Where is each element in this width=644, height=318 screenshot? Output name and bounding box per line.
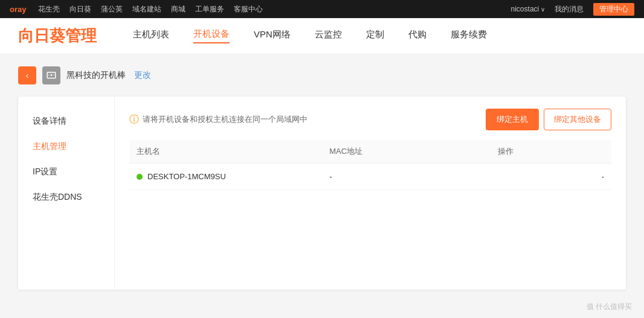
- nav-boot-device[interactable]: 开机设备: [193, 28, 230, 43]
- nav-vpn[interactable]: VPN网络: [254, 29, 291, 43]
- nav-custom[interactable]: 定制: [366, 29, 384, 43]
- top-nav-links: 花生壳 向日葵 蒲公英 域名建站 商城 工单服务 客服中心: [38, 4, 510, 14]
- svg-point-1: [51, 74, 53, 76]
- col-mac: MAC地址: [322, 140, 491, 164]
- bind-host-button[interactable]: 绑定主机: [486, 109, 539, 130]
- button-group: 绑定主机 绑定其他设备: [486, 109, 611, 130]
- svg-point-3: [48, 75, 50, 76]
- secondary-nav: 向日葵管理 主机列表 开机设备 VPN网络 云监控 定制 代购 服务续费: [0, 18, 644, 54]
- device-name: 黑科技的开机棒: [66, 70, 126, 81]
- top-nav-right: nicostaci 我的消息 管理中心: [511, 3, 634, 16]
- online-status-dot: [137, 174, 143, 180]
- top-nav-xiangrikui[interactable]: 向日葵: [69, 4, 91, 14]
- back-button[interactable]: ‹: [18, 66, 36, 84]
- brand-oray[interactable]: oray: [10, 5, 26, 14]
- breadcrumb: ‹ 黑科技的开机棒 更改: [18, 66, 626, 84]
- top-nav-workorder[interactable]: 工单服务: [195, 4, 224, 14]
- watermark: 值 什么值得买: [587, 302, 632, 312]
- top-nav-domain[interactable]: 域名建站: [132, 4, 161, 14]
- host-table: 主机名 MAC地址 操作 DESKTOP-1MCM9SU --: [129, 140, 611, 190]
- menu-ip-settings[interactable]: IP设置: [18, 159, 114, 185]
- notice-bar: ⓘ 请将开机设备和授权主机连接在同一个局域网中 绑定主机 绑定其他设备: [129, 109, 611, 130]
- watermark-text: 值 什么值得买: [587, 302, 632, 312]
- edit-device-name[interactable]: 更改: [134, 70, 151, 81]
- admin-center-btn[interactable]: 管理中心: [593, 3, 634, 16]
- action-cell: -: [491, 164, 611, 190]
- col-hostname: 主机名: [129, 140, 322, 164]
- nav-host-list[interactable]: 主机列表: [133, 29, 169, 43]
- top-nav-shop[interactable]: 商城: [171, 4, 185, 14]
- device-icon: [42, 66, 60, 84]
- user-menu[interactable]: nicostaci: [511, 5, 545, 13]
- hostname-value: DESKTOP-1MCM9SU: [147, 172, 226, 181]
- side-menu: 设备详情 主机管理 IP设置 花生壳DDNS: [18, 97, 115, 290]
- menu-device-detail[interactable]: 设备详情: [18, 109, 114, 134]
- top-nav-support[interactable]: 客服中心: [234, 4, 263, 14]
- info-icon: ⓘ: [129, 113, 139, 126]
- table-row: DESKTOP-1MCM9SU --: [129, 164, 611, 190]
- site-brand[interactable]: 向日葵管理: [18, 25, 97, 46]
- menu-host-manage[interactable]: 主机管理: [18, 134, 114, 159]
- top-nav-pugongying[interactable]: 蒲公英: [101, 4, 123, 14]
- nav-renewal[interactable]: 服务续费: [451, 29, 487, 43]
- mac-address-cell: -: [322, 164, 491, 190]
- menu-ddns[interactable]: 花生壳DDNS: [18, 185, 114, 210]
- svg-point-4: [54, 75, 55, 76]
- col-action: 操作: [491, 140, 611, 164]
- nav-purchase[interactable]: 代购: [408, 29, 427, 43]
- content-panel: 设备详情 主机管理 IP设置 花生壳DDNS ⓘ 请将开机设备和授权主机连接在同…: [18, 97, 626, 290]
- sec-nav-links: 主机列表 开机设备 VPN网络 云监控 定制 代购 服务续费: [133, 28, 487, 43]
- host-name-cell: DESKTOP-1MCM9SU: [129, 164, 322, 190]
- top-nav-huashengke[interactable]: 花生壳: [38, 4, 60, 14]
- bind-other-button[interactable]: 绑定其他设备: [544, 109, 611, 130]
- main-wrapper: ‹ 黑科技的开机棒 更改 设备详情 主机管理 IP设置 花生壳DDNS: [0, 54, 644, 318]
- notice-text-area: ⓘ 请将开机设备和授权主机连接在同一个局域网中: [129, 113, 308, 126]
- notice-message: 请将开机设备和授权主机连接在同一个局域网中: [143, 114, 308, 125]
- messages-link[interactable]: 我的消息: [555, 4, 584, 14]
- nav-monitor[interactable]: 云监控: [315, 29, 342, 43]
- top-nav: oray 花生壳 向日葵 蒲公英 域名建站 商城 工单服务 客服中心 nicos…: [0, 0, 644, 18]
- panel-main: ⓘ 请将开机设备和授权主机连接在同一个局域网中 绑定主机 绑定其他设备 主机名 …: [115, 97, 626, 290]
